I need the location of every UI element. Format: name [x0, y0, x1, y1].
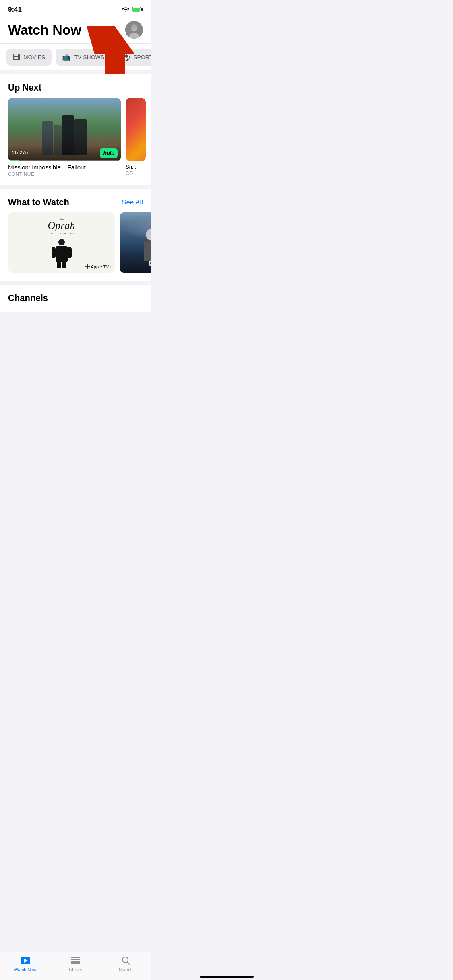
greyhound-card: GRE...: [120, 212, 151, 273]
svg-rect-2: [132, 8, 140, 12]
svg-rect-14: [62, 261, 66, 268]
hulu-badge: hulu: [100, 148, 118, 158]
status-time: 9:41: [8, 6, 22, 14]
snowy-bg: [126, 98, 146, 161]
list-item[interactable]: hulu 2h 27m Mission: Impossible – Fallou…: [8, 98, 121, 177]
status-icons: [122, 7, 143, 12]
svg-rect-10: [56, 246, 68, 262]
oprah-name: Oprah: [48, 220, 75, 231]
filter-row: 🎞 MOVIES 📺 TV SHOWS ⚽ SPORTS: [0, 44, 151, 70]
svg-rect-12: [68, 247, 72, 258]
svg-rect-11: [52, 247, 56, 258]
battery-icon: [132, 7, 143, 12]
page-title: Watch Now: [8, 22, 81, 38]
list-item[interactable]: the Oprah conversation: [8, 212, 115, 273]
what-to-watch-section: What to Watch See All the Oprah conversa…: [0, 189, 151, 281]
header: Watch Now: [0, 17, 151, 44]
avatar[interactable]: [125, 21, 143, 39]
filter-tvshows[interactable]: 📺 TV SHOWS: [56, 49, 111, 66]
time-remaining: 2h 27m: [12, 150, 29, 156]
what-to-watch-scroll[interactable]: the Oprah conversation: [0, 212, 151, 281]
svg-point-9: [58, 239, 65, 245]
progress-bar-container: [8, 160, 121, 161]
filter-sports[interactable]: ⚽ SPORTS: [115, 49, 151, 66]
filter-movies-label: MOVIES: [23, 54, 45, 60]
apple-tv-label: Apple TV+: [91, 264, 112, 269]
card-subtitle: CONTINUE: [8, 171, 121, 177]
movies-icon: 🎞: [13, 53, 20, 62]
what-to-watch-header: What to Watch See All: [0, 197, 151, 212]
card-subtitle: CO...: [126, 171, 146, 176]
status-bar: 9:41: [0, 0, 151, 17]
oprah-figure: [50, 238, 74, 268]
see-all-button[interactable]: See All: [122, 198, 143, 206]
card-title: Sn...: [126, 164, 146, 170]
progress-bar: [8, 160, 19, 161]
filter-sports-label: SPORTS: [133, 54, 151, 60]
oprah-card: the Oprah conversation: [8, 212, 115, 273]
list-item[interactable]: GRE...: [120, 212, 151, 273]
up-next-header: Up Next: [0, 82, 151, 98]
up-next-scroll[interactable]: hulu 2h 27m Mission: Impossible – Fallou…: [0, 98, 151, 185]
avatar-image: [125, 21, 143, 39]
channels-section: Channels: [0, 285, 151, 312]
svg-rect-8: [132, 24, 137, 30]
filter-movies[interactable]: 🎞 MOVIES: [6, 49, 52, 66]
oprah-conversation: conversation: [48, 231, 76, 235]
svg-rect-1: [141, 8, 143, 11]
apple-tv-badge: Apple TV+: [85, 264, 112, 270]
wifi-icon: [122, 7, 129, 12]
up-next-title: Up Next: [8, 82, 41, 93]
what-to-watch-title: What to Watch: [8, 197, 69, 208]
list-item[interactable]: Sn... CO...: [126, 98, 146, 177]
sports-icon: ⚽: [121, 53, 130, 62]
filter-tvshows-label: TV SHOWS: [74, 54, 104, 60]
mi-fallout-thumbnail: hulu 2h 27m: [8, 98, 121, 161]
up-next-section: Up Next: [0, 74, 151, 185]
tvshows-icon: 📺: [62, 53, 71, 62]
card-title: Mission: Impossible – Fallout: [8, 164, 121, 171]
greyhound-text: GRE...: [149, 258, 151, 269]
channels-title: Channels: [0, 293, 151, 308]
svg-rect-13: [57, 261, 61, 268]
